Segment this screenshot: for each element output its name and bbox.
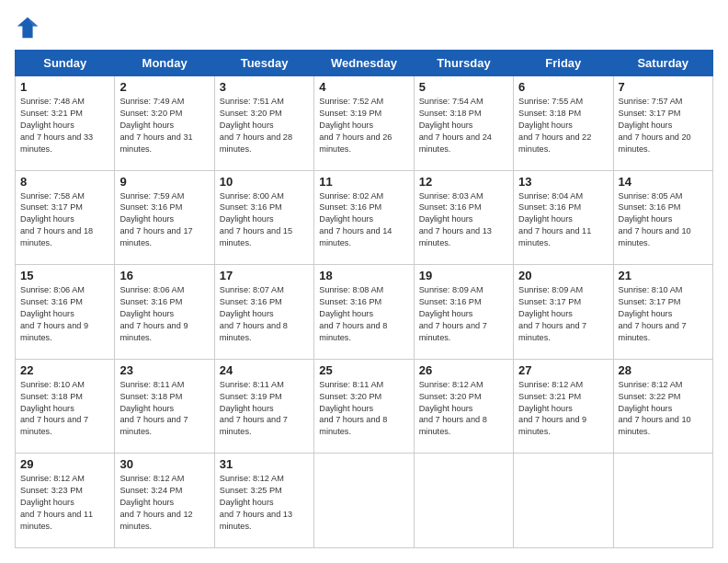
calendar-cell: 27 Sunrise: 8:12 AM Sunset: 3:21 PM Dayl…	[514, 359, 613, 454]
logo-icon	[15, 15, 40, 40]
day-number: 13	[518, 175, 608, 189]
day-of-week-header: Saturday	[613, 51, 712, 76]
day-info: Sunrise: 7:57 AM Sunset: 3:17 PM Dayligh…	[619, 96, 708, 155]
day-info: Sunrise: 8:08 AM Sunset: 3:16 PM Dayligh…	[319, 284, 408, 343]
day-number: 28	[619, 363, 708, 377]
day-number: 7	[619, 80, 708, 94]
calendar-cell: 2 Sunrise: 7:49 AM Sunset: 3:20 PM Dayli…	[115, 76, 214, 171]
day-info: Sunrise: 7:54 AM Sunset: 3:18 PM Dayligh…	[419, 96, 508, 155]
day-number: 6	[518, 80, 608, 94]
calendar-cell: 15 Sunrise: 8:06 AM Sunset: 3:16 PM Dayl…	[16, 265, 115, 360]
calendar-cell: 5 Sunrise: 7:54 AM Sunset: 3:18 PM Dayli…	[414, 76, 513, 171]
day-number: 10	[220, 175, 309, 189]
day-info: Sunrise: 8:12 AM Sunset: 3:25 PM Dayligh…	[220, 473, 309, 532]
calendar-cell: 13 Sunrise: 8:04 AM Sunset: 3:16 PM Dayl…	[514, 170, 613, 265]
calendar-cell	[314, 454, 414, 548]
calendar-week-row: 8 Sunrise: 7:58 AM Sunset: 3:17 PM Dayli…	[16, 170, 713, 265]
day-info: Sunrise: 8:10 AM Sunset: 3:18 PM Dayligh…	[20, 379, 109, 438]
calendar-cell: 11 Sunrise: 8:02 AM Sunset: 3:16 PM Dayl…	[314, 170, 414, 265]
day-of-week-header: Monday	[115, 51, 214, 76]
day-info: Sunrise: 8:03 AM Sunset: 3:16 PM Dayligh…	[419, 190, 508, 249]
day-info: Sunrise: 8:07 AM Sunset: 3:16 PM Dayligh…	[220, 284, 309, 343]
day-info: Sunrise: 8:11 AM Sunset: 3:19 PM Dayligh…	[220, 379, 309, 438]
day-info: Sunrise: 7:55 AM Sunset: 3:18 PM Dayligh…	[518, 96, 608, 155]
calendar-cell	[414, 454, 513, 548]
calendar-cell: 23 Sunrise: 8:11 AM Sunset: 3:18 PM Dayl…	[115, 359, 214, 454]
calendar-cell: 1 Sunrise: 7:48 AM Sunset: 3:21 PM Dayli…	[16, 76, 115, 171]
calendar-cell: 3 Sunrise: 7:51 AM Sunset: 3:20 PM Dayli…	[214, 76, 313, 171]
day-number: 17	[220, 269, 309, 282]
day-number: 30	[119, 457, 209, 471]
calendar-cell: 29 Sunrise: 8:12 AM Sunset: 3:23 PM Dayl…	[16, 454, 115, 548]
day-info: Sunrise: 8:06 AM Sunset: 3:16 PM Dayligh…	[119, 284, 209, 343]
calendar-cell: 6 Sunrise: 7:55 AM Sunset: 3:18 PM Dayli…	[514, 76, 613, 171]
calendar-week-row: 22 Sunrise: 8:10 AM Sunset: 3:18 PM Dayl…	[16, 359, 713, 454]
calendar-cell: 22 Sunrise: 8:10 AM Sunset: 3:18 PM Dayl…	[16, 359, 115, 454]
day-info: Sunrise: 8:12 AM Sunset: 3:23 PM Dayligh…	[20, 473, 109, 532]
calendar-cell: 9 Sunrise: 7:59 AM Sunset: 3:16 PM Dayli…	[115, 170, 214, 265]
calendar-cell: 17 Sunrise: 8:07 AM Sunset: 3:16 PM Dayl…	[214, 265, 313, 360]
calendar-cell: 10 Sunrise: 8:00 AM Sunset: 3:16 PM Dayl…	[214, 170, 313, 265]
calendar-week-row: 1 Sunrise: 7:48 AM Sunset: 3:21 PM Dayli…	[16, 76, 713, 171]
day-info: Sunrise: 8:12 AM Sunset: 3:24 PM Dayligh…	[119, 473, 209, 532]
day-info: Sunrise: 7:48 AM Sunset: 3:21 PM Dayligh…	[20, 96, 109, 155]
day-of-week-header: Wednesday	[314, 51, 414, 76]
day-number: 19	[419, 269, 508, 282]
day-info: Sunrise: 8:09 AM Sunset: 3:16 PM Dayligh…	[419, 284, 508, 343]
day-number: 27	[518, 363, 608, 377]
calendar-table: SundayMondayTuesdayWednesdayThursdayFrid…	[15, 50, 713, 548]
calendar-cell: 24 Sunrise: 8:11 AM Sunset: 3:19 PM Dayl…	[214, 359, 313, 454]
calendar-cell	[613, 454, 712, 548]
day-number: 29	[20, 457, 109, 471]
day-number: 25	[319, 363, 408, 377]
calendar-cell	[514, 454, 613, 548]
day-number: 3	[220, 80, 309, 94]
day-info: Sunrise: 8:02 AM Sunset: 3:16 PM Dayligh…	[319, 190, 408, 249]
calendar-week-row: 29 Sunrise: 8:12 AM Sunset: 3:23 PM Dayl…	[16, 454, 713, 548]
svg-marker-0	[17, 17, 38, 38]
day-of-week-header: Thursday	[414, 51, 513, 76]
day-number: 21	[619, 269, 708, 282]
page: SundayMondayTuesdayWednesdayThursdayFrid…	[0, 0, 728, 563]
day-info: Sunrise: 8:04 AM Sunset: 3:16 PM Dayligh…	[518, 190, 608, 249]
day-info: Sunrise: 7:59 AM Sunset: 3:16 PM Dayligh…	[119, 190, 209, 249]
day-info: Sunrise: 7:58 AM Sunset: 3:17 PM Dayligh…	[20, 190, 109, 249]
day-number: 4	[319, 80, 408, 94]
day-info: Sunrise: 7:51 AM Sunset: 3:20 PM Dayligh…	[220, 96, 309, 155]
calendar-cell: 19 Sunrise: 8:09 AM Sunset: 3:16 PM Dayl…	[414, 265, 513, 360]
day-of-week-header: Tuesday	[214, 51, 313, 76]
day-header-row: SundayMondayTuesdayWednesdayThursdayFrid…	[16, 51, 713, 76]
calendar-cell: 26 Sunrise: 8:12 AM Sunset: 3:20 PM Dayl…	[414, 359, 513, 454]
calendar-cell: 20 Sunrise: 8:09 AM Sunset: 3:17 PM Dayl…	[514, 265, 613, 360]
day-info: Sunrise: 8:10 AM Sunset: 3:17 PM Dayligh…	[619, 284, 708, 343]
day-number: 23	[119, 363, 209, 377]
calendar-cell: 28 Sunrise: 8:12 AM Sunset: 3:22 PM Dayl…	[613, 359, 712, 454]
day-of-week-header: Friday	[514, 51, 613, 76]
day-number: 20	[518, 269, 608, 282]
day-info: Sunrise: 8:00 AM Sunset: 3:16 PM Dayligh…	[220, 190, 309, 249]
logo	[15, 15, 44, 40]
calendar-cell: 12 Sunrise: 8:03 AM Sunset: 3:16 PM Dayl…	[414, 170, 513, 265]
day-info: Sunrise: 8:11 AM Sunset: 3:18 PM Dayligh…	[119, 379, 209, 438]
calendar-cell: 16 Sunrise: 8:06 AM Sunset: 3:16 PM Dayl…	[115, 265, 214, 360]
day-number: 2	[119, 80, 209, 94]
day-number: 15	[20, 269, 109, 282]
day-number: 26	[419, 363, 508, 377]
day-of-week-header: Sunday	[16, 51, 115, 76]
calendar-cell: 21 Sunrise: 8:10 AM Sunset: 3:17 PM Dayl…	[613, 265, 712, 360]
calendar-cell: 14 Sunrise: 8:05 AM Sunset: 3:16 PM Dayl…	[613, 170, 712, 265]
day-info: Sunrise: 8:09 AM Sunset: 3:17 PM Dayligh…	[518, 284, 608, 343]
calendar-week-row: 15 Sunrise: 8:06 AM Sunset: 3:16 PM Dayl…	[16, 265, 713, 360]
day-number: 1	[20, 80, 109, 94]
calendar-cell: 4 Sunrise: 7:52 AM Sunset: 3:19 PM Dayli…	[314, 76, 414, 171]
day-number: 18	[319, 269, 408, 282]
calendar-cell: 25 Sunrise: 8:11 AM Sunset: 3:20 PM Dayl…	[314, 359, 414, 454]
day-number: 24	[220, 363, 309, 377]
day-number: 8	[20, 175, 109, 189]
day-number: 14	[619, 175, 708, 189]
day-number: 9	[119, 175, 209, 189]
day-number: 31	[220, 457, 309, 471]
day-info: Sunrise: 7:52 AM Sunset: 3:19 PM Dayligh…	[319, 96, 408, 155]
calendar-cell: 7 Sunrise: 7:57 AM Sunset: 3:17 PM Dayli…	[613, 76, 712, 171]
calendar-cell: 31 Sunrise: 8:12 AM Sunset: 3:25 PM Dayl…	[214, 454, 313, 548]
